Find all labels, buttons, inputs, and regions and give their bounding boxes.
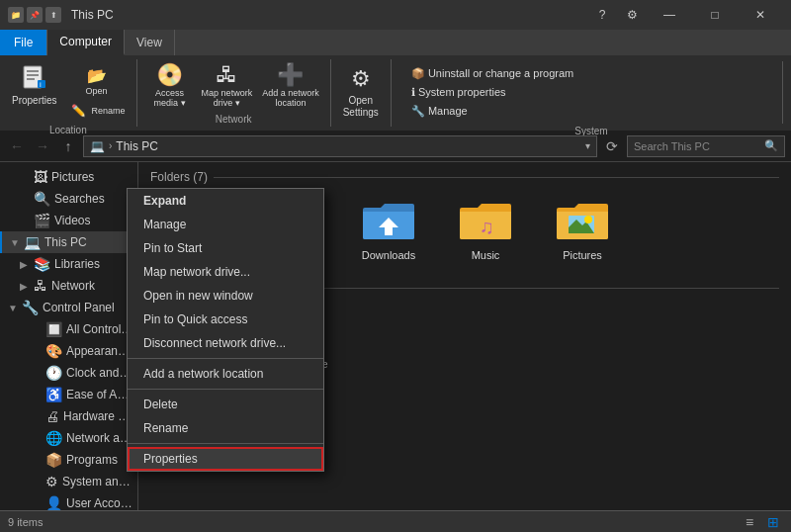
sidebar-label-appearance: Appearance a... <box>66 344 133 358</box>
forward-button[interactable]: → <box>32 135 53 157</box>
search-icon[interactable]: 🔍 <box>764 139 778 152</box>
ribbon-group-settings: ⚙ OpenSettings <box>331 59 392 127</box>
ribbon-btn-open[interactable]: 📂 Open <box>65 63 129 97</box>
sidebar-item-searches[interactable]: 🔍 Searches <box>0 188 137 210</box>
path-dropdown[interactable]: ▾ <box>585 140 590 151</box>
ribbon-btn-access-media[interactable]: 📀 Accessmedia ▾ <box>145 61 195 109</box>
ribbon-btn-rename[interactable]: ✏️ Rename <box>65 99 129 123</box>
appearance-icon: 🎨 <box>45 343 62 359</box>
sidebar-label-networkI: Network and I... <box>66 431 133 445</box>
ribbon-tabs: File Computer View <box>0 30 791 55</box>
ribbon-right-group: 📦 Uninstall or change a program ℹ System… <box>399 61 783 124</box>
sidebar-item-ease[interactable]: ♿ Ease of Acces... <box>0 384 137 405</box>
minimize-button[interactable]: — <box>647 0 692 30</box>
svg-rect-3 <box>27 78 35 80</box>
sidebar-item-pictures[interactable]: 🖼 Pictures <box>0 166 137 188</box>
sidebar-item-networkandI[interactable]: 🌐 Network and I... <box>0 427 137 449</box>
music-folder-svg: ♫ <box>458 200 513 243</box>
help-button[interactable]: ? <box>587 0 617 30</box>
address-bar: ← → ↑ 💻 › This PC ▾ ⟳ Search This PC 🔍 <box>0 131 791 162</box>
sidebar-item-controlpanel[interactable]: ▼ 🔧 Control Panel <box>0 297 137 318</box>
sidebar-item-clock[interactable]: 🕐 Clock and Reg... <box>0 362 137 384</box>
ctx-item-pin-to-start[interactable]: Pin to Start <box>128 236 323 260</box>
up-button[interactable]: ↑ <box>57 135 79 157</box>
ctx-item-properties[interactable]: Properties <box>128 447 323 471</box>
ctx-item-delete[interactable]: Delete <box>128 393 323 416</box>
sidebar-item-libraries[interactable]: ▶ 📚 Libraries <box>0 253 137 275</box>
ctx-item-add-network[interactable]: Add a network location <box>128 362 323 386</box>
path-chevron: › <box>109 140 112 151</box>
view-btn-grid[interactable]: ⊞ <box>763 512 783 532</box>
window-title: This PC <box>71 8 581 22</box>
access-media-icon: 📀 <box>156 62 183 88</box>
sidebar-item-programs[interactable]: 📦 Programs <box>0 449 137 471</box>
system-icon: ⚙ <box>45 474 58 489</box>
ribbon-btn-properties[interactable]: i Properties <box>8 61 61 109</box>
downloads-folder-svg <box>361 200 416 243</box>
ctx-item-open-new-window[interactable]: Open in new window <box>128 284 323 308</box>
folders-header-text: Folders (7) <box>150 170 208 184</box>
tb-icon-3: ⬆ <box>45 7 61 23</box>
settings-icon[interactable]: ⚙ <box>617 0 647 30</box>
view-btn-list[interactable]: ≡ <box>740 512 759 532</box>
tab-computer[interactable]: Computer <box>47 30 125 55</box>
ctx-item-manage[interactable]: Manage <box>128 213 323 236</box>
status-view-buttons: ≡ ⊞ <box>740 512 783 532</box>
ctx-separator-1 <box>128 358 323 359</box>
ribbon-item-manage[interactable]: 🔧 Manage <box>407 103 774 120</box>
ribbon-btn-open-settings[interactable]: ⚙ OpenSettings <box>339 61 383 121</box>
close-button[interactable]: ✕ <box>738 0 783 30</box>
ribbon-group-location: i Properties 📂 Open ✏️ Rename Location <box>0 59 137 127</box>
sidebar-item-network[interactable]: ▶ 🖧 Network <box>0 275 137 297</box>
window-controls: ? ⚙ — □ ✕ <box>587 0 783 30</box>
folder-item-downloads[interactable]: Downloads <box>344 192 433 265</box>
sidebar-item-videos[interactable]: 🎬 Videos <box>0 210 137 231</box>
programs-icon: 📦 <box>45 452 62 468</box>
folder-item-music[interactable]: ♫ Music <box>441 192 530 265</box>
ribbon-item-uninstall[interactable]: 📦 Uninstall or change a program <box>407 65 774 82</box>
pictures-icon: 🖼 <box>34 169 47 185</box>
back-button[interactable]: ← <box>6 135 28 157</box>
maximize-button[interactable]: □ <box>692 0 738 30</box>
sidebar-item-hardware[interactable]: 🖨 Hardware and ... <box>0 405 137 427</box>
access-media-label: Accessmedia ▾ <box>154 88 186 108</box>
networkI-icon: 🌐 <box>45 430 62 446</box>
sidebar-label-thispc: This PC <box>44 235 87 249</box>
ribbon-group-location-items: i Properties 📂 Open ✏️ Rename <box>8 61 129 123</box>
ribbon-group-settings-items: ⚙ OpenSettings <box>339 61 383 123</box>
sidebar-item-accounts[interactable]: 👤 User Accounts <box>0 492 137 510</box>
map-drive-icon: 🖧 <box>216 62 237 88</box>
sidebar-item-system[interactable]: ⚙ System and S... <box>0 471 137 492</box>
folder-label-music: Music <box>472 249 500 261</box>
sidebar-item-thispc[interactable]: ▼ 💻 This PC <box>0 231 137 253</box>
ctx-item-map-network[interactable]: Map network drive... <box>128 260 323 284</box>
sidebar-label-programs: Programs <box>66 453 118 467</box>
context-menu: Expand Manage Pin to Start Map network d… <box>127 188 324 472</box>
search-box[interactable]: Search This PC 🔍 <box>627 135 785 157</box>
ctx-item-pin-quick-access[interactable]: Pin to Quick access <box>128 308 323 331</box>
ribbon-group-network: 📀 Accessmedia ▾ 🖧 Map networkdrive ▾ ➕ A… <box>137 59 331 127</box>
folder-icon-downloads <box>357 196 420 247</box>
network-icon: 🖧 <box>34 278 47 294</box>
address-path[interactable]: 💻 › This PC ▾ <box>83 135 597 157</box>
ribbon-item-system-props[interactable]: ℹ System properties <box>407 84 774 101</box>
sidebar-item-allcontrol[interactable]: 🔲 All Control Pa... <box>0 318 137 340</box>
expand-arrow-libraries: ▶ <box>20 259 30 270</box>
ribbon-btn-map-drive[interactable]: 🖧 Map networkdrive ▾ <box>199 61 256 109</box>
path-label: This PC <box>116 139 158 153</box>
search-placeholder: Search This PC <box>634 140 710 152</box>
expand-arrow-thispc: ▼ <box>10 237 20 248</box>
ctx-item-disconnect[interactable]: Disconnect network drive... <box>128 331 323 355</box>
folder-item-pictures[interactable]: Pictures <box>538 192 627 265</box>
tab-file[interactable]: File <box>0 30 47 55</box>
ctx-item-rename[interactable]: Rename <box>128 416 323 440</box>
ribbon-btn-rename-label: Rename <box>92 106 126 116</box>
tab-view[interactable]: View <box>125 30 175 55</box>
folders-section-header: Folders (7) <box>150 170 779 184</box>
sidebar-label-ease: Ease of Acces... <box>66 388 133 401</box>
sidebar-item-appearance[interactable]: 🎨 Appearance a... <box>0 340 137 362</box>
ribbon-btn-add-location[interactable]: ➕ Add a networklocation <box>259 61 322 109</box>
ctx-item-expand[interactable]: Expand <box>128 189 323 213</box>
allcontrol-icon: 🔲 <box>45 321 62 337</box>
refresh-button[interactable]: ⟳ <box>601 135 623 157</box>
